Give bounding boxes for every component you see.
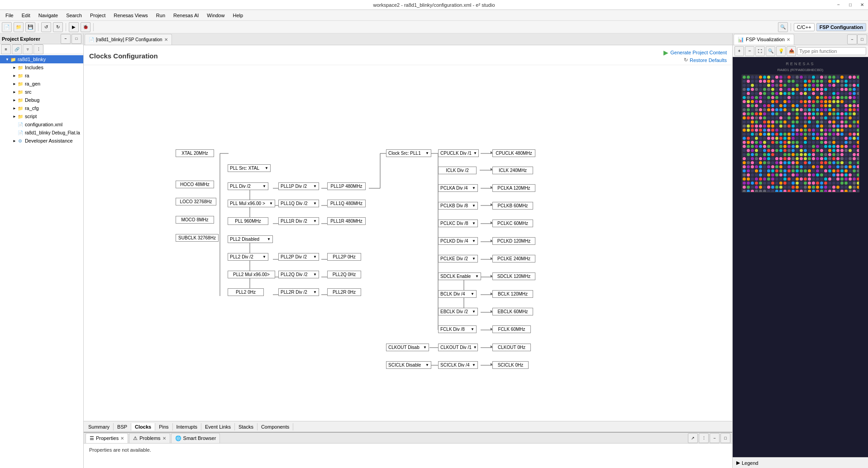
tree-item-script[interactable]: ► 📁 script [0,112,83,120]
tree-item-src[interactable]: ► 📁 src [0,88,83,96]
view-menu-button[interactable]: ⋮ [33,44,43,54]
fsp-zoom-in[interactable]: + [734,46,744,56]
bottom-panel-expand[interactable]: ↗ [688,433,698,443]
tree-item-root[interactable]: ▼ 📁 ra8d1_blinky [0,55,83,63]
pll1q-div-dropdown[interactable]: PLL1Q Div /2 ▼ [278,200,319,207]
menu-project[interactable]: Project [86,12,109,19]
run-button[interactable]: ▶ [69,22,79,32]
fclk-div-dropdown[interactable]: FCLK Div /8 ▼ [438,325,477,333]
search-toolbar-button[interactable]: 🔍 [778,22,788,32]
event-links-tab[interactable]: Event Links [201,423,235,430]
open-button[interactable]: 📁 [14,22,24,32]
menu-edit[interactable]: Edit [18,12,34,19]
components-tab[interactable]: Components [258,423,293,430]
fsp-search[interactable]: 🔍 [766,46,775,56]
menu-help[interactable]: Help [229,12,247,19]
debug-button[interactable]: 🐞 [81,22,91,32]
pll2-disabled-dropdown[interactable]: PLL2 Disabled ▼ [228,235,273,243]
legend-bar[interactable]: ▶ Legend [733,457,868,468]
bottom-panel-options[interactable]: ⋮ [699,433,709,443]
pll2r-div-dropdown[interactable]: PLL2R Div /2 ▼ [278,288,319,296]
pll1p-div-dropdown[interactable]: PLL1P Div /2 ▼ [278,182,319,190]
pclkc-div-dropdown[interactable]: PCLKC Div /8 ▼ [438,220,478,227]
maximize-button[interactable]: □ [844,0,856,10]
clocks-tab[interactable]: Clocks [131,423,155,430]
ebclk-div-dropdown[interactable]: EBCLK Div /2 ▼ [438,308,478,315]
pll2q-div-dropdown[interactable]: PLL2Q Div /2 ▼ [278,271,319,278]
tree-item-debug[interactable]: ► 📁 Debug [0,96,83,104]
pll-mul-dropdown[interactable]: PLL Mul x96.00 > ▼ [228,200,275,207]
fsp-fit[interactable]: ⛶ [755,46,765,56]
fsp-highlight[interactable]: 💡 [776,46,786,56]
tree-item-config-xml[interactable]: 📄 configuration.xml [0,120,83,129]
stacks-tab[interactable]: Stacks [235,423,258,430]
menu-file[interactable]: File [2,12,17,19]
fsp-max[interactable]: □ [857,34,867,44]
pll1r-div-dropdown[interactable]: PLL1R Div /2 ▼ [278,217,319,225]
bclk-div-dropdown[interactable]: BCLK Div /4 ▼ [438,290,477,298]
filter-button[interactable]: ▿ [23,44,33,54]
pll-div-dropdown[interactable]: PLL Div /2 ▼ [228,182,268,190]
summary-tab[interactable]: Summary [85,423,114,430]
tree-item-debug-flat[interactable]: 📄 ra8d1_blinky Debug_Flat.la [0,129,83,137]
save-button[interactable]: 💾 [25,22,35,32]
fsp-export[interactable]: 📤 [787,46,796,56]
tree-item-ra-gen[interactable]: ► 📁 ra_gen [0,80,83,88]
sdclk-div-dropdown[interactable]: SDCLK Enable ▼ [438,272,481,280]
properties-tab[interactable]: ☰ Properties ✕ [86,433,128,443]
panel-max-button[interactable]: □ [72,34,81,44]
cpuclk-div-dropdown[interactable]: CPUCLK Div /1 ▼ [438,149,479,157]
tree-item-ra[interactable]: ► 📁 ra [0,72,83,80]
menu-search[interactable]: Search [62,12,86,19]
fsp-config-button[interactable]: FSP Configuration [816,23,866,31]
bottom-panel-min[interactable]: − [710,433,720,443]
tree-item-includes[interactable]: ► 📁 Includes [0,63,83,72]
clkout-disable-dropdown[interactable]: CLKOUT Disab ▼ [386,344,429,351]
pins-tab[interactable]: Pins [155,423,172,430]
minimize-button[interactable]: − [833,0,844,10]
menu-renesas-ai[interactable]: Renesas AI [170,12,202,19]
panel-explorer-tab[interactable]: 📄 [ra8d1_blinky] FSP Configuration ✕ [85,34,172,45]
clkout-div-dropdown[interactable]: CLKOUT Div /1 ▼ [438,344,478,351]
undo-button[interactable]: ↺ [41,22,51,32]
restore-button[interactable]: ↻ Restore Defaults [684,57,727,63]
bottom-panel-max[interactable]: □ [720,433,730,443]
pclke-div-dropdown[interactable]: PCLKE Div /2 ▼ [438,255,478,263]
properties-close[interactable]: ✕ [120,436,124,441]
panel-explorer-close[interactable]: ✕ [164,37,168,42]
new-button[interactable]: 📄 [2,22,12,32]
pclkd-div-dropdown[interactable]: PCLKD Div /4 ▼ [438,237,478,245]
redo-button[interactable]: ↻ [53,22,63,32]
pll2-div-dropdown[interactable]: PLL2 Div /2 ▼ [228,253,268,261]
fsp-viz-close[interactable]: ✕ [787,37,790,42]
generate-button[interactable]: ▶ Generate Project Content [663,49,727,56]
problems-tab[interactable]: ⚠ Problems ✕ [129,433,170,443]
tree-item-dev-assist[interactable]: ► ⚙ Developer Assistance [0,137,83,145]
pll-src-dropdown[interactable]: PLL Src: XTAL ▼ [228,164,271,172]
sciclk-disable-dropdown[interactable]: SCICLK Disable ▼ [386,361,431,369]
close-button[interactable]: ✕ [856,0,868,10]
menu-renesas-views[interactable]: Renesas Views [110,12,152,19]
interrupts-tab[interactable]: Interrupts [173,423,201,430]
ccpp-button[interactable]: C/C++ [794,23,815,31]
problems-close[interactable]: ✕ [162,436,166,441]
pclkb-div-dropdown[interactable]: PCLKB Div /8 ▼ [438,202,478,210]
tree-item-ra-cfg[interactable]: ► 📁 ra_cfg [0,104,83,112]
sciclk-div-dropdown[interactable]: SCICLK Div /4 ▼ [438,361,478,369]
fsp-min[interactable]: − [847,34,857,44]
link-with-editor-button[interactable]: 🔗 [12,44,22,54]
pin-function-search[interactable] [797,47,866,55]
smart-browser-tab[interactable]: 🌐 Smart Browser [171,433,220,443]
collapse-all-button[interactable]: ≡ [1,44,11,54]
menu-window[interactable]: Window [203,12,228,19]
pclka-div-dropdown[interactable]: PCLKA Div /4 ▼ [438,184,478,192]
panel-min-button[interactable]: − [61,34,71,44]
pll2p-div-dropdown[interactable]: PLL2P Div /2 ▼ [278,253,319,261]
clock-src-dropdown[interactable]: Clock Src: PLL1 ▼ [386,149,431,157]
diagram-area[interactable]: XTAL 20MHz HOCO 48MHz LOCO 32768Hz MOCO … [84,65,732,421]
fsp-viz-tab[interactable]: 📊 FSP Visualization ✕ [734,34,794,45]
menu-run[interactable]: Run [153,12,169,19]
bsp-tab[interactable]: BSP [114,423,131,430]
menu-navigate[interactable]: Navigate [35,12,62,19]
fsp-zoom-out[interactable]: − [745,46,754,56]
